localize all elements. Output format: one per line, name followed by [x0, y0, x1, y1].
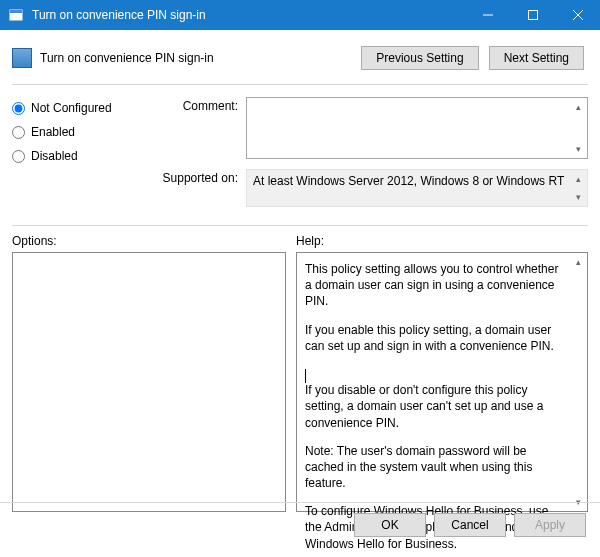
- cancel-button[interactable]: Cancel: [434, 513, 506, 537]
- radio-enabled-input[interactable]: [12, 126, 25, 139]
- state-radiogroup: Not Configured Enabled Disabled: [12, 97, 152, 217]
- titlebar: Turn on convenience PIN sign-in: [0, 0, 600, 30]
- help-label: Help:: [296, 234, 324, 248]
- supported-on-value: At least Windows Server 2012, Windows 8 …: [246, 169, 588, 207]
- app-icon: [8, 7, 24, 23]
- header: Turn on convenience PIN sign-in Previous…: [12, 40, 588, 85]
- ok-button[interactable]: OK: [354, 513, 426, 537]
- radio-disabled-input[interactable]: [12, 150, 25, 163]
- radio-not-configured[interactable]: Not Configured: [12, 101, 152, 115]
- previous-setting-button[interactable]: Previous Setting: [361, 46, 478, 70]
- apply-button[interactable]: Apply: [514, 513, 586, 537]
- help-text: If you disable or don't configure this p…: [305, 382, 565, 431]
- help-text: This policy setting allows you to contro…: [305, 261, 565, 310]
- window-title: Turn on convenience PIN sign-in: [32, 8, 465, 22]
- help-pane[interactable]: This policy setting allows you to contro…: [296, 252, 588, 512]
- policy-icon: [12, 48, 32, 68]
- minimize-button[interactable]: [465, 0, 510, 30]
- comment-label: Comment:: [152, 97, 246, 113]
- radio-not-configured-input[interactable]: [12, 102, 25, 115]
- text-cursor: [305, 369, 306, 383]
- radio-not-configured-label: Not Configured: [31, 101, 112, 115]
- supported-on-label: Supported on:: [152, 169, 246, 185]
- radio-enabled-label: Enabled: [31, 125, 75, 139]
- scroll-down-icon[interactable]: ▾: [571, 190, 585, 204]
- comment-input[interactable]: ▴ ▾: [246, 97, 588, 159]
- radio-enabled[interactable]: Enabled: [12, 125, 152, 139]
- scroll-up-icon[interactable]: ▴: [571, 172, 585, 186]
- radio-disabled-label: Disabled: [31, 149, 78, 163]
- scroll-up-icon[interactable]: ▴: [571, 100, 585, 114]
- maximize-button[interactable]: [510, 0, 555, 30]
- scroll-down-icon[interactable]: ▾: [571, 142, 585, 156]
- close-button[interactable]: [555, 0, 600, 30]
- help-text: If you enable this policy setting, a dom…: [305, 322, 565, 354]
- svg-rect-3: [528, 11, 537, 20]
- svg-rect-1: [10, 10, 22, 13]
- next-setting-button[interactable]: Next Setting: [489, 46, 584, 70]
- policy-title: Turn on convenience PIN sign-in: [40, 51, 361, 65]
- options-label: Options:: [12, 234, 296, 248]
- scroll-up-icon[interactable]: ▴: [571, 255, 585, 269]
- divider: [12, 225, 588, 226]
- supported-on-text: At least Windows Server 2012, Windows 8 …: [253, 174, 564, 188]
- radio-disabled[interactable]: Disabled: [12, 149, 152, 163]
- options-pane: [12, 252, 286, 512]
- footer: OK Cancel Apply: [0, 502, 600, 537]
- help-text: Note: The user's domain password will be…: [305, 443, 565, 492]
